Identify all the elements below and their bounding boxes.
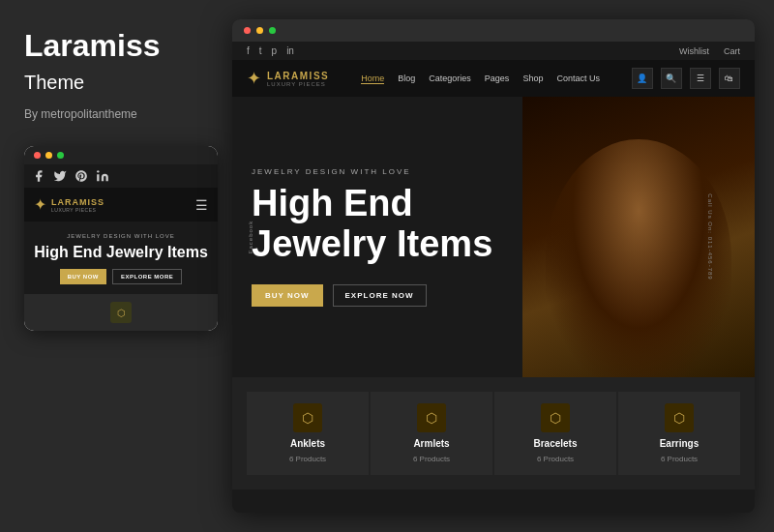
nav-blog[interactable]: Blog [398,74,415,83]
category-earrings[interactable]: ⬡ Earrings 6 Products [618,392,740,475]
brand-author: By metropolitantheme [24,107,198,121]
anklets-name: Anklets [290,438,325,449]
nav-contact[interactable]: Contact Us [556,74,600,83]
armlets-icon: ⬡ [426,410,437,426]
hero-explore-button[interactable]: EXPLORE NOW [333,284,427,307]
earrings-count: 6 Products [661,455,698,463]
mobile-dot-yellow [45,152,52,159]
armlets-name: Armlets [413,438,449,449]
hero-social-side: Facebook [248,221,253,253]
linkedin-icon [96,169,109,183]
hero-woman-image [522,97,755,377]
category-armlets[interactable]: ⬡ Armlets 6 Products [371,392,492,475]
mobile-nav: ✦ LARAMISS LUXURY PIECES ☰ [24,188,218,222]
desktop-mockup: f t p in Wishlist Cart ✦ LARAMISS LUXURY… [232,19,755,513]
brand-title: Laramiss [24,29,198,63]
mobile-logo-tagline: LUXURY PIECES [51,207,104,213]
left-panel: Laramiss Theme By metropolitantheme ✦ LA… [0,0,223,532]
mobile-category-preview: ⬡ [24,294,218,331]
desktop-dot-yellow [256,27,263,34]
desktop-logo-name: LARAMISS [267,71,329,81]
mobile-top-bar [24,146,218,164]
mobile-mockup: ✦ LARAMISS LUXURY PIECES ☰ JEWELRY DESIG… [24,146,218,331]
categories-section: ⬡ Anklets 6 Products ⬡ Armlets 6 Product… [232,377,755,489]
mobile-category-icon: ⬡ [110,302,132,323]
mobile-logo-name: LARAMISS [51,197,104,207]
desktop-logo-tagline: LUXURY PIECES [267,81,329,87]
mobile-explore-button[interactable]: EXPLORE MORE [112,269,182,284]
earrings-icon-box: ⬡ [665,403,694,432]
brand-subtitle: Theme [24,71,198,94]
desktop-dot-green [269,27,276,34]
anklets-count: 6 Products [289,455,326,463]
desktop-dot-red [244,27,251,34]
anklets-icon: ⬡ [302,410,313,426]
mobile-logo-icon: ✦ [34,195,46,214]
desktop-logo-text: LARAMISS LUXURY PIECES [267,71,329,87]
cart-link[interactable]: Cart [724,46,740,56]
desktop-nav-actions: 👤 🔍 ☰ 🛍 [632,68,740,89]
nav-user-button[interactable]: 👤 [632,68,653,89]
desktop-logo-icon: ✦ [247,68,261,89]
nav-categories[interactable]: Categories [429,74,471,83]
nav-menu-button[interactable]: ☰ [690,68,711,89]
mobile-social-bar [24,164,218,188]
nav-shop[interactable]: Shop [522,74,543,83]
mobile-hero: JEWELRY DESIGN WITH LOVE High End Jewelr… [24,222,218,294]
desktop-nav-links: Home Blog Categories Pages Shop Contact … [361,74,600,84]
armlets-count: 6 Products [413,455,450,463]
desktop-twitter-icon[interactable]: t [259,45,262,56]
bracelets-icon-box: ⬡ [541,403,570,432]
desktop-top-bar [232,19,755,42]
nav-home[interactable]: Home [361,74,384,84]
armlets-icon-box: ⬡ [417,403,446,432]
hero-content: JEWELRY DESIGN WITH LOVE High End Jewelr… [232,97,522,377]
nav-search-button[interactable]: 🔍 [661,68,682,89]
hero-subtitle: JEWELRY DESIGN WITH LOVE [252,167,503,176]
wishlist-link[interactable]: Wishlist [679,46,709,56]
mobile-buy-now-button[interactable]: BUY NOW [60,269,106,284]
mobile-dot-red [34,152,41,159]
nav-cart-button[interactable]: 🛍 [719,68,740,89]
mobile-hero-subtitle: JEWELRY DESIGN WITH LOVE [34,233,208,239]
desktop-pinterest-icon[interactable]: p [272,45,278,56]
nav-pages[interactable]: Pages [485,74,510,83]
mobile-hero-title: High End Jewelry Items [34,243,208,261]
desktop-hero: JEWELRY DESIGN WITH LOVE High End Jewelr… [232,97,755,377]
desktop-logo-area: ✦ LARAMISS LUXURY PIECES [247,68,329,89]
hero-buy-now-button[interactable]: BUY NOW [252,284,323,307]
earrings-name: Earrings [660,438,700,449]
hero-image: Call Us On: 011-456-789 [522,97,755,377]
mobile-cat-icon-symbol: ⬡ [117,308,126,318]
bracelets-count: 6 Products [537,455,574,463]
hamburger-icon[interactable]: ☰ [195,197,208,213]
hero-call-text: Call Us On: 011-456-789 [706,193,712,280]
desktop-social-bar: f t p in Wishlist Cart [232,42,755,60]
twitter-icon [53,169,67,183]
bracelets-name: Bracelets [533,438,577,449]
earrings-icon: ⬡ [673,410,685,426]
bracelets-icon: ⬡ [550,410,561,426]
facebook-icon [32,169,45,183]
desktop-social-left: f t p in [247,45,294,56]
hero-title: High End Jewelry Items [252,184,503,265]
mobile-logo-area: ✦ LARAMISS LUXURY PIECES [34,195,104,214]
svg-point-0 [97,170,99,172]
desktop-facebook-icon[interactable]: f [247,45,250,56]
desktop-linkedin-icon[interactable]: in [286,45,294,56]
hero-buttons: BUY NOW EXPLORE NOW [252,284,503,307]
desktop-nav: ✦ LARAMISS LUXURY PIECES Home Blog Categ… [232,60,755,97]
pinterest-icon [74,169,88,183]
desktop-social-right: Wishlist Cart [679,46,740,56]
mobile-dot-green [57,152,64,159]
right-panel: f t p in Wishlist Cart ✦ LARAMISS LUXURY… [223,0,774,532]
category-anklets[interactable]: ⬡ Anklets 6 Products [247,392,369,475]
anklets-icon-box: ⬡ [293,403,322,432]
category-bracelets[interactable]: ⬡ Bracelets 6 Products [494,392,616,475]
mobile-logo-text: LARAMISS LUXURY PIECES [51,197,104,213]
mobile-hero-buttons: BUY NOW EXPLORE MORE [34,269,208,284]
